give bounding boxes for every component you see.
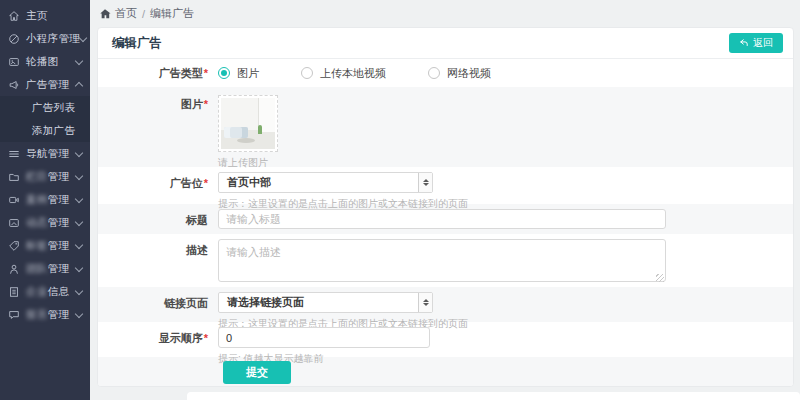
video-icon (8, 194, 20, 206)
chevron-down-icon (79, 33, 87, 41)
required-mark: * (204, 177, 208, 189)
chevron-down-icon (75, 263, 83, 271)
sidebar-item-label: 广告管理 (26, 78, 76, 92)
form-row-sort-order: 显示顺序* 提示: 值越大显示越靠前 (98, 322, 793, 357)
description-label: 描述 (98, 234, 218, 287)
panel-header: 编辑广告 返回 (98, 28, 793, 59)
select-arrows-icon (418, 293, 432, 312)
sidebar-item-label: 小程序管理 (26, 32, 80, 46)
user-icon (8, 263, 20, 275)
sidebar-item-chat[interactable]: 留言管理 (0, 303, 90, 326)
sort-order-input[interactable] (218, 327, 430, 348)
image-upload-box[interactable] (218, 95, 278, 152)
required-mark: * (204, 332, 208, 344)
tag-icon (8, 240, 20, 252)
sidebar-subitem[interactable]: 添加广告 (0, 119, 90, 142)
sidebar-subitem[interactable]: 广告列表 (0, 96, 90, 119)
chevron-down-icon (75, 240, 83, 248)
radio-unselected-icon (428, 67, 440, 79)
sidebar-item-label: 团队管理 (26, 262, 76, 276)
description-textarea[interactable] (218, 239, 666, 282)
main-area: 首页 / 编辑广告 编辑广告 返回 广告类型* 图片 上传本地视频 (90, 0, 800, 400)
breadcrumb: 首页 / 编辑广告 (90, 0, 800, 27)
sidebar-item-building[interactable]: 企业信息 (0, 280, 90, 303)
photo-icon (8, 217, 20, 229)
sidebar-item-label: 标签管理 (26, 239, 76, 253)
folder-icon (8, 171, 20, 183)
sidebar-item-carousel[interactable]: 轮播图 (0, 50, 90, 73)
ad-image-thumbnail (221, 98, 275, 149)
radio-option-image[interactable]: 图片 (218, 66, 259, 81)
sidebar-item-label: 栏目管理 (26, 170, 76, 184)
radio-unselected-icon (301, 67, 313, 79)
sidebar-item-label: 案例管理 (26, 193, 76, 207)
sidebar-item-home[interactable]: 主页 (0, 4, 90, 27)
form-row-description: 描述 (98, 234, 793, 287)
ad-type-label: 广告类型* (98, 66, 218, 81)
footer-strip (187, 392, 800, 400)
form-row-ad-type: 广告类型* 图片 上传本地视频 网络视频 (98, 59, 793, 87)
sidebar-item-label: 主页 (26, 9, 82, 23)
sidebar: 主页小程序管理轮播图广告管理广告列表添加广告导航管理栏目管理案例管理动态管理标签… (0, 0, 90, 400)
title-label: 标题 (98, 204, 218, 234)
sidebar-submenu: 广告列表添加广告 (0, 96, 90, 142)
nav-icon (8, 148, 20, 160)
chevron-down-icon (75, 194, 83, 202)
back-button[interactable]: 返回 (729, 33, 783, 53)
radio-option-network-video[interactable]: 网络视频 (428, 66, 491, 81)
form-row-title: 标题 (98, 204, 793, 234)
form-row-link-page: 链接页面 请选择链接页面 提示：这里设置的是点击上面的图片或文本链接到的页面 (98, 287, 793, 322)
home-icon (99, 8, 110, 19)
image-label: 图片* (98, 87, 218, 167)
sidebar-item-label: 轮播图 (26, 55, 76, 69)
chevron-down-icon (75, 309, 83, 317)
ad-position-label: 广告位* (98, 167, 218, 204)
ad-type-radio-group: 图片 上传本地视频 网络视频 (218, 66, 793, 81)
submit-button[interactable]: 提交 (223, 361, 291, 384)
sidebar-item-label: 动态管理 (26, 216, 76, 230)
sidebar-item-folder[interactable]: 栏目管理 (0, 165, 90, 188)
sidebar-item-label: 导航管理 (26, 147, 76, 161)
required-mark: * (204, 98, 208, 110)
edit-ad-panel: 编辑广告 返回 广告类型* 图片 上传本地视频 网络视频 (97, 27, 794, 387)
form-row-ad-position: 广告位* 首页中部 提示：这里设置的是点击上面的图片或文本链接到的页面 (98, 167, 793, 204)
sidebar-item-user[interactable]: 团队管理 (0, 257, 90, 280)
chevron-down-icon (75, 217, 83, 225)
chevron-up-icon (75, 82, 83, 90)
breadcrumb-separator: / (142, 8, 145, 20)
link-page-label: 链接页面 (98, 287, 218, 322)
sort-order-label: 显示顺序* (98, 322, 218, 357)
form-row-image: 图片* 请上传图片 (98, 87, 793, 167)
ad-icon (8, 79, 20, 91)
sidebar-item-nav[interactable]: 导航管理 (0, 142, 90, 165)
chevron-down-icon (75, 148, 83, 156)
radio-selected-icon (218, 67, 230, 79)
miniprogram-icon (8, 33, 20, 45)
sidebar-item-video[interactable]: 案例管理 (0, 188, 90, 211)
sidebar-item-label: 企业信息 (26, 285, 76, 299)
sidebar-item-label: 留言管理 (26, 308, 76, 322)
carousel-icon (8, 56, 20, 68)
ad-position-select[interactable]: 首页中部 (218, 172, 433, 193)
breadcrumb-home-link[interactable]: 首页 (115, 6, 137, 21)
breadcrumb-current: 编辑广告 (150, 6, 194, 21)
link-page-select[interactable]: 请选择链接页面 (218, 292, 433, 313)
home-icon (8, 10, 20, 22)
required-mark: * (204, 67, 208, 79)
chevron-down-icon (75, 56, 83, 64)
sidebar-item-photo[interactable]: 动态管理 (0, 211, 90, 234)
chat-icon (8, 309, 20, 321)
page-title: 编辑广告 (112, 35, 162, 52)
reply-arrow-icon (739, 38, 749, 48)
sidebar-item-ad[interactable]: 广告管理 (0, 73, 90, 96)
sidebar-item-miniprogram[interactable]: 小程序管理 (0, 27, 90, 50)
chevron-down-icon (75, 286, 83, 294)
building-icon (8, 286, 20, 298)
sidebar-item-tag[interactable]: 标签管理 (0, 234, 90, 257)
chevron-down-icon (75, 171, 83, 179)
select-arrows-icon (418, 173, 432, 192)
title-input[interactable] (218, 209, 666, 229)
sort-order-hint: 提示: 值越大显示越靠前 (218, 352, 793, 366)
radio-option-local-video[interactable]: 上传本地视频 (301, 66, 386, 81)
resize-grip-icon[interactable] (656, 274, 664, 282)
